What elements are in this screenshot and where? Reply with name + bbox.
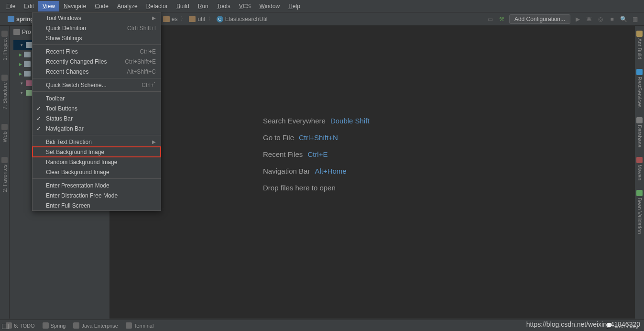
run-config-selector[interactable]: Add Configuration... xyxy=(509,14,570,24)
tool-window-icon xyxy=(636,31,643,37)
menu-item-label: Clear Background Image xyxy=(46,169,109,176)
menu-window[interactable]: Window xyxy=(255,1,284,11)
menu-analyze[interactable]: Analyze xyxy=(113,1,142,11)
tablet-icon[interactable]: ▭ xyxy=(486,15,495,23)
right-tab-ant-build[interactable]: Ant Build xyxy=(636,31,643,59)
tool-window-label: Web xyxy=(2,132,8,142)
tool-window-icon xyxy=(636,69,643,75)
welcome-label: Navigation Bar xyxy=(263,167,310,175)
right-tab-restservices[interactable]: RestServices xyxy=(636,69,643,108)
menu-item-label: Show Siblings xyxy=(46,35,82,42)
menu-edit[interactable]: Edit xyxy=(20,1,38,11)
welcome-row: Navigation BarAlt+Home xyxy=(263,167,370,175)
bottom-tab-label: Terminal xyxy=(134,323,154,329)
toolwindow-layout-icon[interactable]: ▥ xyxy=(631,15,639,23)
menu-item-tool-buttons[interactable]: ✓Tool Buttons xyxy=(33,103,161,113)
right-tab-bean-validation[interactable]: Bean Validation xyxy=(636,190,643,234)
bottom-tab-spring[interactable]: Spring xyxy=(43,322,66,329)
menu-item-recently-changed-files[interactable]: Recently Changed FilesCtrl+Shift+E xyxy=(33,56,161,66)
menu-item-label: Quick Definition xyxy=(46,25,86,32)
menu-file[interactable]: File xyxy=(2,1,20,11)
menu-run[interactable]: Run xyxy=(194,1,213,11)
run-line-icon: ▸ xyxy=(19,51,22,58)
project-label[interactable]: spring xyxy=(0,16,34,22)
build-hammer-icon[interactable]: ⚒ xyxy=(498,15,506,23)
welcome-label: Recent Files xyxy=(263,150,303,158)
bottom-tab-terminal[interactable]: Terminal xyxy=(126,322,154,329)
menu-item-bidi-text-direction[interactable]: Bidi Text Direction▶ xyxy=(33,137,161,147)
menu-separator xyxy=(33,91,161,92)
menu-item-random-background-image[interactable]: Random Background Image xyxy=(33,157,161,167)
menu-build[interactable]: Build xyxy=(172,1,194,11)
welcome-shortcut: Alt+Home xyxy=(315,167,346,175)
project-folder-icon xyxy=(8,16,14,22)
left-tab----favorites[interactable]: 2: Favorites xyxy=(1,157,8,192)
menu-item-toolbar[interactable]: Toolbar xyxy=(33,93,161,103)
menu-help[interactable]: Help xyxy=(284,1,305,11)
tool-window-icon xyxy=(636,190,643,196)
breadcrumb-util[interactable]: util xyxy=(187,16,207,22)
menu-navigate[interactable]: Navigate xyxy=(59,1,90,11)
view-menu-dropdown: Tool Windows▶Quick DefinitionCtrl+Shift+… xyxy=(32,12,161,211)
menu-item-shortcut: Ctrl+` xyxy=(142,82,156,88)
folder-icon xyxy=(24,71,31,77)
bottom-tab-label: 6: TODO xyxy=(14,323,35,329)
right-tab-database[interactable]: Database xyxy=(636,117,643,147)
left-tab----project[interactable]: 1: Project xyxy=(1,31,8,60)
folder-icon xyxy=(26,42,33,48)
main-menubar: FileEditViewNavigateCodeAnalyzeRefactorB… xyxy=(0,0,644,12)
menu-item-enter-full-screen[interactable]: Enter Full Screen xyxy=(33,200,161,210)
menu-item-label: Quick Switch Scheme... xyxy=(46,82,107,88)
menu-item-set-background-image[interactable]: Set Background Image xyxy=(33,147,161,157)
menu-item-recent-changes[interactable]: Recent ChangesAlt+Shift+C xyxy=(33,66,161,77)
menu-item-label: Recent Files xyxy=(46,48,78,55)
search-icon[interactable]: 🔍 xyxy=(619,15,628,23)
debug-icon[interactable]: ⌘ xyxy=(585,15,593,23)
tool-window-icon xyxy=(1,157,8,163)
menu-code[interactable]: Code xyxy=(90,1,113,11)
breadcrumb-ElasticsearchUtil[interactable]: CElasticsearchUtil xyxy=(215,16,270,22)
bottom-tab-icon xyxy=(43,322,49,329)
menu-item-enter-presentation-mode[interactable]: Enter Presentation Mode xyxy=(33,180,161,190)
menu-item-enter-distraction-free-mode[interactable]: Enter Distraction Free Mode xyxy=(33,190,161,200)
left-tab----structure[interactable]: 7: Structure xyxy=(1,75,8,110)
menu-item-recent-files[interactable]: Recent FilesCtrl+E xyxy=(33,46,161,56)
menu-view[interactable]: View xyxy=(38,1,59,11)
class-icon: C xyxy=(217,16,223,22)
menu-item-label: Status Bar xyxy=(46,115,73,122)
tool-window-label: Bean Validation xyxy=(637,198,643,234)
menu-item-label: Tool Windows xyxy=(46,15,81,22)
menu-item-quick-definition[interactable]: Quick DefinitionCtrl+Shift+I xyxy=(33,23,161,33)
menu-refactor[interactable]: Refactor xyxy=(142,1,172,11)
menu-item-status-bar[interactable]: ✓Status Bar xyxy=(33,113,161,123)
left-tab-web[interactable]: Web xyxy=(1,124,8,142)
menu-item-navigation-bar[interactable]: ✓Navigation Bar xyxy=(33,123,161,133)
menu-item-clear-background-image[interactable]: Clear Background Image xyxy=(33,167,161,177)
bottom-tab-icon xyxy=(126,322,132,329)
ide-status-icon[interactable] xyxy=(2,324,9,329)
welcome-label: Search Everywhere xyxy=(263,117,326,125)
submenu-arrow-icon: ▶ xyxy=(152,15,156,21)
run-play-icon[interactable]: ▶ xyxy=(573,15,582,23)
run-coverage-icon[interactable]: ◎ xyxy=(596,15,605,23)
menu-item-label: Enter Full Screen xyxy=(46,202,90,209)
right-tab-maven[interactable]: Maven xyxy=(636,157,643,180)
welcome-shortcut: Ctrl+Shift+N xyxy=(299,133,338,142)
menu-item-tool-windows[interactable]: Tool Windows▶ xyxy=(33,13,161,23)
welcome-label: Go to File xyxy=(263,133,294,142)
menu-tools[interactable]: Tools xyxy=(213,1,235,11)
package-icon xyxy=(163,16,170,22)
bottom-tab-java-enterprise[interactable]: Java Enterprise xyxy=(73,322,118,329)
menu-item-label: Bidi Text Direction xyxy=(46,139,92,145)
menu-item-quick-switch-scheme---[interactable]: Quick Switch Scheme...Ctrl+` xyxy=(33,80,161,90)
folder-icon xyxy=(24,52,31,57)
watermark-url: https://blog.csdn.net/weixin_41846320 xyxy=(526,320,640,328)
stop-icon[interactable]: ■ xyxy=(608,15,616,23)
expand-icon: ▾ xyxy=(19,81,24,86)
project-name: spring xyxy=(16,16,34,22)
breadcrumb-es[interactable]: es xyxy=(161,16,180,22)
welcome-row: Recent FilesCtrl+E xyxy=(263,150,370,158)
menu-item-show-siblings[interactable]: Show Siblings xyxy=(33,33,161,43)
menu-vcs[interactable]: VCS xyxy=(235,1,255,11)
bottom-tab-icon xyxy=(73,322,79,329)
